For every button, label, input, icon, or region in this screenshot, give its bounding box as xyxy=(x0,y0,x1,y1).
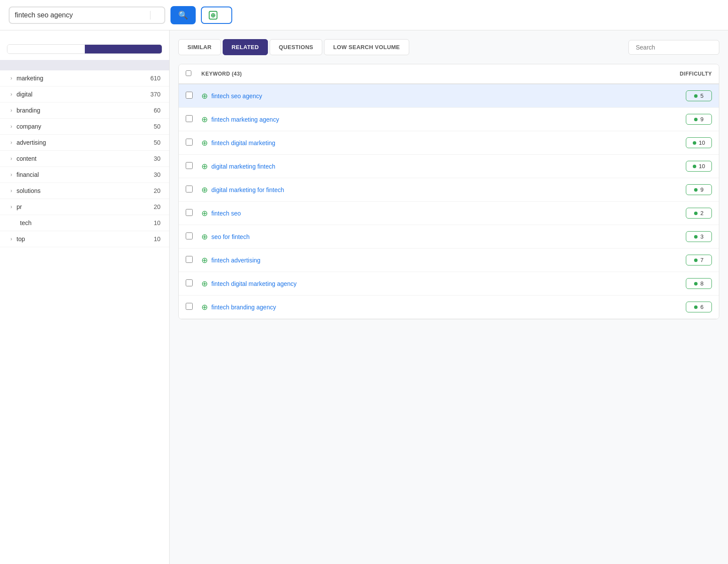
group-count-label: 50 xyxy=(154,123,160,130)
add-to-button[interactable]: ⊕ xyxy=(201,7,232,24)
keyword-link[interactable]: fintech marketing agency xyxy=(211,116,279,123)
add-keyword-icon[interactable]: ⊕ xyxy=(201,302,208,312)
select-all-checkbox[interactable] xyxy=(186,70,191,76)
sidebar-group-item[interactable]: tech 10 xyxy=(0,215,169,231)
row-checkbox[interactable] xyxy=(186,209,193,216)
group-item-left: › content xyxy=(10,155,37,162)
difficulty-badge: 9 xyxy=(686,114,712,125)
row-checkbox-cell xyxy=(186,279,201,288)
add-keyword-icon[interactable]: ⊕ xyxy=(201,255,208,265)
tab-related[interactable]: RELATED xyxy=(223,39,268,55)
row-checkbox[interactable] xyxy=(186,162,193,169)
group-count-label: 610 xyxy=(150,75,160,82)
toggle-by-number-button[interactable] xyxy=(7,45,85,53)
row-checkbox-cell xyxy=(186,186,201,194)
row-keyword-cell: ⊕ digital marketing fintech xyxy=(201,162,660,171)
row-checkbox-cell xyxy=(186,209,201,217)
sidebar-groups: › marketing 610 › digital 370 › branding… xyxy=(0,70,169,247)
add-keyword-icon[interactable]: ⊕ xyxy=(201,232,208,242)
sidebar-group-item[interactable]: › advertising 50 xyxy=(0,135,169,151)
sidebar-group-item[interactable]: › marketing 610 xyxy=(0,70,169,86)
all-keywords-row[interactable] xyxy=(0,60,169,70)
table-row: ⊕ fintech advertising 7 xyxy=(179,249,719,272)
add-keyword-icon[interactable]: ⊕ xyxy=(201,138,208,148)
difficulty-value: 5 xyxy=(700,93,703,99)
keyword-link[interactable]: seo for fintech xyxy=(211,233,250,240)
row-checkbox[interactable] xyxy=(186,303,193,310)
row-difficulty-cell: 8 xyxy=(660,278,712,289)
row-keyword-cell: ⊕ fintech seo xyxy=(201,209,660,218)
chevron-right-icon: › xyxy=(10,236,12,242)
keyword-link[interactable]: fintech branding agency xyxy=(211,304,276,311)
add-keyword-icon[interactable]: ⊕ xyxy=(201,162,208,171)
row-checkbox[interactable] xyxy=(186,256,193,263)
sidebar-group-item[interactable]: › solutions 20 xyxy=(0,183,169,199)
row-checkbox[interactable] xyxy=(186,92,193,99)
table-row: ⊕ seo for fintech 3 xyxy=(179,225,719,249)
group-name-label: marketing xyxy=(17,75,43,82)
row-checkbox[interactable] xyxy=(186,115,193,122)
keyword-link[interactable]: digital marketing for fintech xyxy=(211,186,284,193)
tab-questions[interactable]: QUESTIONS xyxy=(270,39,322,55)
row-checkbox[interactable] xyxy=(186,279,193,286)
tab-similar[interactable]: SIMILAR xyxy=(178,39,221,55)
keyword-link[interactable]: fintech seo agency xyxy=(211,93,262,100)
toggle-by-volume-button[interactable] xyxy=(85,45,162,53)
add-keyword-icon[interactable]: ⊕ xyxy=(201,91,208,101)
row-keyword-cell: ⊕ digital marketing for fintech xyxy=(201,185,660,195)
main-content: › marketing 610 › digital 370 › branding… xyxy=(0,30,728,564)
row-checkbox-cell xyxy=(186,232,201,241)
difficulty-dot xyxy=(694,188,698,192)
row-difficulty-cell: 9 xyxy=(660,184,712,195)
chevron-right-icon: › xyxy=(10,139,12,146)
tab-low-search-volume[interactable]: LOW SEARCH VOLUME xyxy=(324,39,409,55)
chevron-right-icon: › xyxy=(10,107,12,113)
sidebar-group-item[interactable]: › digital 370 xyxy=(0,86,169,103)
sidebar-group-item[interactable]: › content 30 xyxy=(0,151,169,167)
sidebar-group-item[interactable]: › financial 30 xyxy=(0,167,169,183)
keyword-link[interactable]: fintech digital marketing xyxy=(211,139,275,146)
row-keyword-cell: ⊕ fintech branding agency xyxy=(201,302,660,312)
row-keyword-cell: ⊕ fintech advertising xyxy=(201,255,660,265)
row-difficulty-cell: 3 xyxy=(660,231,712,242)
group-item-left: › advertising xyxy=(10,139,46,146)
group-item-left: › solutions xyxy=(10,187,40,194)
group-item-left: › financial xyxy=(10,171,39,178)
row-checkbox[interactable] xyxy=(186,232,193,239)
sidebar-group-item[interactable]: › pr 20 xyxy=(0,199,169,215)
add-to-icon: ⊕ xyxy=(209,11,217,20)
chevron-right-icon: › xyxy=(10,75,12,81)
group-count-label: 30 xyxy=(154,171,160,178)
sidebar-group-item[interactable]: › branding 60 xyxy=(0,103,169,119)
table-row: ⊕ fintech digital marketing 10 xyxy=(179,131,719,155)
keyword-link[interactable]: fintech seo xyxy=(211,210,241,217)
difficulty-badge: 5 xyxy=(686,90,712,101)
difficulty-dot xyxy=(693,141,696,145)
add-keyword-icon[interactable]: ⊕ xyxy=(201,115,208,124)
search-button[interactable]: 🔍 xyxy=(170,6,196,24)
add-keyword-icon[interactable]: ⊕ xyxy=(201,279,208,289)
row-difficulty-cell: 10 xyxy=(660,161,712,172)
keyword-header-label: KEYWORD (43) xyxy=(201,71,242,77)
difficulty-badge: 8 xyxy=(686,278,712,289)
search-input[interactable] xyxy=(15,11,141,19)
table-row: ⊕ digital marketing for fintech 9 xyxy=(179,178,719,202)
add-keyword-icon[interactable]: ⊕ xyxy=(201,209,208,218)
row-checkbox[interactable] xyxy=(186,186,193,192)
group-count-label: 60 xyxy=(154,107,160,114)
keyword-link[interactable]: fintech digital marketing agency xyxy=(211,280,297,287)
sidebar-group-item[interactable]: › top 10 xyxy=(0,231,169,247)
difficulty-dot xyxy=(694,282,698,285)
add-keyword-icon[interactable]: ⊕ xyxy=(201,185,208,195)
keyword-link[interactable]: digital marketing fintech xyxy=(211,163,275,170)
difficulty-value: 8 xyxy=(700,280,703,287)
group-item-left: › company xyxy=(10,123,41,130)
sidebar-group-item[interactable]: › company 50 xyxy=(0,119,169,135)
difficulty-badge: 10 xyxy=(686,161,712,172)
row-checkbox[interactable] xyxy=(186,139,193,146)
row-checkbox-cell xyxy=(186,256,201,264)
tab-search-input[interactable] xyxy=(628,40,719,55)
keyword-link[interactable]: fintech advertising xyxy=(211,257,260,264)
chevron-right-icon: › xyxy=(10,188,12,194)
difficulty-value: 9 xyxy=(700,186,703,193)
